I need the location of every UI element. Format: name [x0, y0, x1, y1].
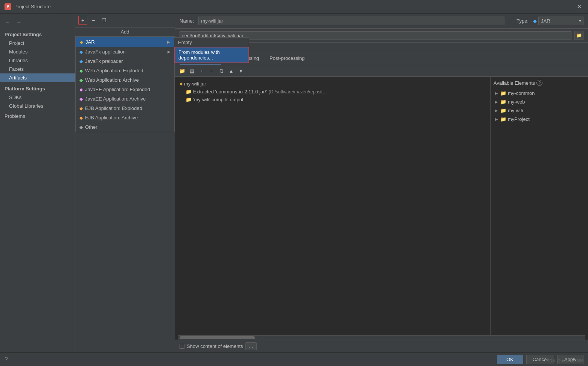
folder-button[interactable]: 📁	[178, 67, 186, 75]
folder-icon-my-wifi: 📁	[500, 108, 506, 113]
tree-item-jar[interactable]: ◆ my-wifi.jar	[178, 80, 487, 88]
sidebar: ← → Project Settings Project Modules Lib…	[0, 14, 75, 352]
javafx-app-icon: ◆	[79, 49, 83, 55]
available-header: Available Elements ?	[494, 80, 585, 86]
folder-icon-compile: 📁	[186, 97, 192, 102]
show-content-label: Show content of elements	[187, 343, 243, 349]
scroll-thumb[interactable]	[180, 336, 255, 339]
project-settings-header: Project Settings	[0, 29, 75, 39]
javaee-archive-icon: ◆	[79, 96, 83, 102]
add-artifact-button[interactable]: +	[78, 16, 87, 25]
folder-icon-commons: 📁	[186, 89, 192, 95]
bottom-bar: ? OK Cancel Apply	[0, 352, 588, 366]
ejb-archive-icon: ◆	[79, 115, 83, 120]
jar-submenu: Empty From modules with dependencies...	[174, 37, 249, 63]
sidebar-item-project[interactable]: Project	[0, 39, 75, 47]
web-exploded-icon: ◆	[79, 68, 83, 73]
dropdown-header: Add	[75, 27, 175, 37]
type-label: Type:	[516, 18, 529, 24]
submenu-item-from-modules[interactable]: From modules with dependencies...	[174, 47, 249, 63]
tree-item-commons-io[interactable]: 📁 Extracted 'commons-io-2.11.0.jar/' (D:…	[184, 88, 487, 96]
avail-item-my-common[interactable]: ▶ 📁 my-common	[494, 89, 585, 98]
sort-button[interactable]: ⇅	[217, 67, 225, 75]
show-content-settings-button[interactable]: ...	[245, 342, 257, 350]
submenu-arrow: ▶	[167, 40, 170, 44]
remove-artifact-button[interactable]: −	[89, 16, 98, 25]
folder-icon-myproject: 📁	[500, 116, 506, 122]
window: P Project Structure ✕ ← → Project Settin…	[0, 0, 588, 366]
forward-button[interactable]: →	[14, 18, 23, 26]
jar-icon: ◆	[80, 40, 83, 45]
sidebar-item-artifacts[interactable]: Artifacts	[0, 73, 75, 82]
jar-file-icon: ◆	[180, 81, 183, 86]
sidebar-item-sdks[interactable]: SDKs	[0, 93, 75, 102]
name-label: Name:	[180, 18, 194, 24]
file-tree: ◆ my-wifi.jar 📁 Extracted 'commons-io-2.…	[175, 77, 490, 335]
folder-icon-my-common: 📁	[500, 90, 506, 96]
center-panel: + − ❐ Add ◆ JAR ▶	[75, 14, 175, 352]
javaee-exploded-icon: ◆	[79, 87, 83, 92]
available-elements-title: Available Elements	[494, 80, 535, 86]
web-archive-icon: ◆	[79, 78, 83, 83]
watermark: CSDN @ouyang_666	[544, 358, 583, 363]
avail-item-my-web[interactable]: ▶ 📁 my-web	[494, 98, 585, 106]
window-title: Project Structure	[14, 4, 574, 9]
browse-output-dir-button[interactable]: 📁	[574, 31, 583, 40]
javafx-app-arrow: ▶	[168, 50, 171, 54]
horizontal-scrollbar[interactable]	[178, 335, 585, 340]
menu-item-javafx-app[interactable]: ◆ JavaFx application ▶	[76, 47, 174, 56]
menu-item-jar[interactable]: ◆ JAR ▶ Empty From modules with dependen…	[76, 37, 174, 47]
output-area: 📁 ▤ + − ⇅ ▲ ▼ ◆ my-wifi.jar	[175, 65, 588, 352]
sidebar-item-libraries[interactable]: Libraries	[0, 56, 75, 65]
menu-item-ejb-archive[interactable]: ◆ EJB Application: Archive	[76, 113, 174, 122]
ejb-exploded-icon: ◆	[79, 106, 83, 111]
artifact-toolbar: + − ❐	[75, 14, 175, 27]
nav-arrows: ← →	[0, 17, 75, 29]
output-toolbar: 📁 ▤ + − ⇅ ▲ ▼	[175, 65, 588, 77]
menu-item-other[interactable]: ◆ Other	[76, 122, 174, 132]
sidebar-item-problems[interactable]: Problems	[0, 110, 75, 122]
add-element-button[interactable]: +	[198, 67, 206, 75]
close-button[interactable]: ✕	[574, 2, 583, 11]
show-content-checkbox[interactable]	[180, 344, 184, 349]
layout-button[interactable]: ▤	[188, 67, 196, 75]
menu-item-web-exploded[interactable]: ◆ Web Application: Exploded	[76, 66, 174, 75]
menu-item-javaee-exploded[interactable]: ◆ JavaEE Application: Exploded	[76, 85, 174, 94]
available-elements-panel: Available Elements ? ▶ 📁 my-common ▶ 📁 m…	[490, 77, 588, 335]
other-icon: ◆	[79, 125, 83, 130]
menu-item-ejb-exploded[interactable]: ◆ EJB Application: Exploded	[76, 104, 174, 113]
menu-item-javafx-preloader[interactable]: ◆ JavaFx preloader	[76, 56, 174, 66]
output-content: ◆ my-wifi.jar 📁 Extracted 'commons-io-2.…	[175, 77, 588, 335]
sidebar-item-facets[interactable]: Facets	[0, 65, 75, 73]
show-content-row: Show content of elements ...	[175, 340, 588, 352]
copy-artifact-button[interactable]: ❐	[99, 16, 108, 25]
remove-element-button[interactable]: −	[207, 67, 216, 75]
available-elements-help[interactable]: ?	[536, 80, 542, 86]
main-content: ← → Project Settings Project Modules Lib…	[0, 14, 588, 352]
tab-post-processing[interactable]: Post-processing	[264, 52, 310, 65]
title-bar: P Project Structure ✕	[0, 0, 588, 14]
avail-arrow-my-web: ▶	[495, 100, 498, 104]
add-dropdown: Add ◆ JAR ▶ Empty Fro	[75, 27, 175, 132]
sidebar-item-modules[interactable]: Modules	[0, 47, 75, 56]
move-down-button[interactable]: ▼	[237, 67, 245, 75]
avail-item-myproject[interactable]: ▶ 📁 myProject	[494, 115, 585, 124]
right-panel: Name: Type: ◆ JAR ▼ 📁 Include in	[175, 14, 588, 352]
menu-item-javaee-archive[interactable]: ◆ JavaEE Application: Archive	[76, 94, 174, 104]
back-button[interactable]: ←	[3, 18, 12, 26]
avail-arrow-myproject: ▶	[495, 117, 498, 121]
tree-item-compile-output[interactable]: 📁 'my-wifi' compile output	[184, 96, 487, 104]
sidebar-item-global-libraries[interactable]: Global Libraries	[0, 102, 75, 110]
move-up-button[interactable]: ▲	[227, 67, 235, 75]
submenu-item-empty[interactable]: Empty	[174, 38, 249, 47]
avail-item-my-wifi[interactable]: ▶ 📁 my-wifi	[494, 106, 585, 115]
menu-item-web-archive[interactable]: ◆ Web Application: Archive	[76, 75, 174, 85]
platform-settings-header: Platform Settings	[0, 82, 75, 93]
avail-arrow-my-wifi: ▶	[495, 108, 498, 113]
type-select[interactable]: JAR	[538, 17, 583, 25]
help-icon[interactable]: ?	[5, 356, 8, 363]
name-input[interactable]	[198, 17, 504, 25]
folder-icon-my-web: 📁	[500, 99, 506, 105]
ok-button[interactable]: OK	[497, 355, 523, 364]
name-row: Name: Type: ◆ JAR ▼	[175, 14, 588, 29]
